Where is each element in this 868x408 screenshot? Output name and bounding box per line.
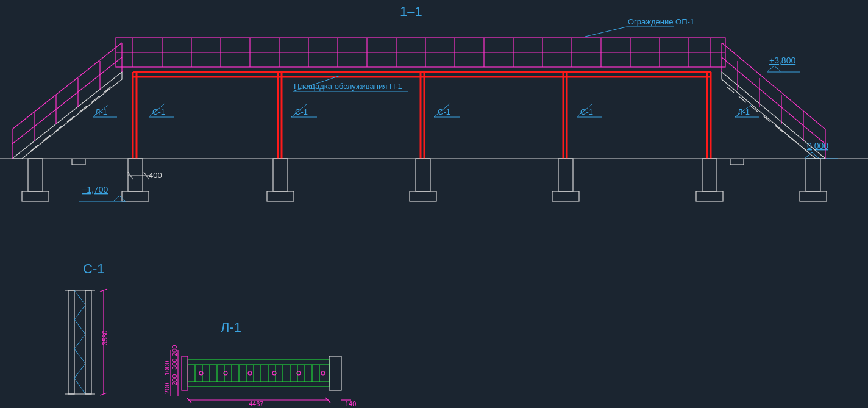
- svg-rect-156: [182, 356, 188, 390]
- columns-red: [133, 72, 711, 159]
- elev-foot: −1,700: [82, 185, 108, 195]
- detail-l: 200 300 200 1000 200 4467 140: [163, 345, 356, 407]
- svg-text:200: 200: [163, 383, 171, 394]
- svg-line-75: [763, 116, 770, 122]
- svg-line-120: [74, 349, 85, 363]
- stair-left: Л-1: [12, 43, 122, 159]
- railing-top: [116, 38, 725, 67]
- detail-c-title: С-1: [83, 261, 104, 276]
- svg-text:200: 200: [171, 374, 178, 385]
- svg-point-151: [248, 371, 252, 375]
- svg-line-78: [727, 87, 734, 93]
- svg-line-57: [67, 116, 74, 122]
- cad-drawing: 1–1 Ограждение ОП-1 +3,800 0,000 Площадк…: [0, 0, 868, 408]
- svg-rect-106: [558, 159, 573, 191]
- svg-rect-103: [267, 191, 294, 201]
- column-labels: С-1 С-1 С-1 С-1: [149, 104, 602, 117]
- svg-rect-102: [273, 159, 288, 191]
- svg-rect-108: [702, 159, 717, 191]
- svg-line-62: [12, 57, 122, 144]
- svg-line-54: [30, 145, 38, 151]
- svg-rect-99: [800, 191, 827, 201]
- svg-line-117: [74, 305, 85, 320]
- svg-text:С-1: С-1: [438, 107, 450, 116]
- svg-line-73: [788, 135, 795, 141]
- detail-l-title: Л-1: [221, 320, 241, 335]
- svg-line-121: [74, 363, 85, 378]
- foundations: [22, 159, 827, 201]
- dim-400: 400: [149, 171, 162, 180]
- svg-line-119: [74, 334, 85, 349]
- svg-text:140: 140: [345, 400, 356, 407]
- svg-rect-107: [552, 191, 579, 201]
- svg-text:С-1: С-1: [580, 107, 593, 116]
- svg-line-116: [74, 290, 85, 305]
- svg-line-56: [55, 126, 62, 132]
- svg-rect-98: [806, 159, 820, 191]
- svg-line-55: [43, 135, 50, 141]
- svg-text:Л-1: Л-1: [738, 107, 750, 116]
- svg-text:4467: 4467: [249, 400, 263, 407]
- svg-rect-104: [416, 159, 430, 191]
- svg-rect-96: [28, 159, 43, 191]
- svg-line-72: [800, 145, 807, 151]
- section-title: 1–1: [400, 4, 422, 19]
- svg-line-60: [104, 87, 111, 93]
- svg-rect-109: [696, 191, 723, 201]
- elev-top: +3,800: [769, 55, 795, 65]
- svg-rect-115: [85, 290, 91, 394]
- svg-point-154: [321, 371, 325, 375]
- detail-c: 3580: [65, 289, 108, 395]
- svg-line-74: [775, 126, 783, 132]
- svg-text:3580: 3580: [101, 331, 108, 345]
- svg-text:Л-1: Л-1: [95, 107, 107, 116]
- svg-rect-130: [188, 365, 329, 382]
- svg-text:С-1: С-1: [295, 107, 308, 116]
- svg-line-122: [74, 378, 85, 394]
- svg-line-58: [79, 106, 87, 112]
- svg-rect-101: [122, 191, 149, 201]
- svg-rect-129: [188, 360, 329, 387]
- svg-line-59: [91, 96, 99, 102]
- svg-rect-114: [68, 290, 74, 394]
- fence-label: Ограждение ОП-1: [628, 17, 694, 26]
- svg-text:С-1: С-1: [152, 107, 165, 116]
- svg-line-118: [74, 320, 85, 334]
- svg-text:200: 200: [171, 345, 178, 356]
- svg-rect-155: [329, 356, 341, 390]
- svg-text:1000: 1000: [163, 361, 171, 376]
- svg-text:300: 300: [171, 359, 178, 370]
- svg-rect-105: [410, 191, 436, 201]
- platform-label: Площадка обслуживания П-1: [294, 82, 402, 91]
- svg-line-0: [585, 27, 627, 37]
- svg-rect-97: [22, 191, 49, 201]
